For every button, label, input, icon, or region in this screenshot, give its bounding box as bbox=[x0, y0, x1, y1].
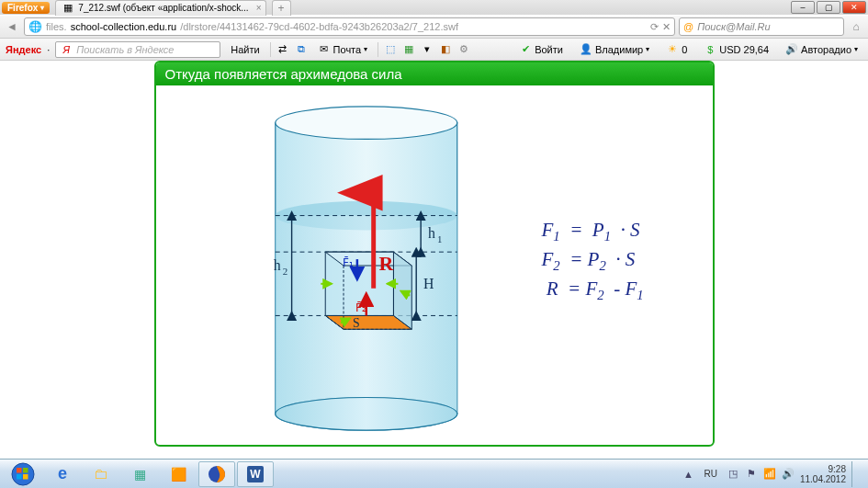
new-tab-button[interactable]: + bbox=[272, 0, 291, 16]
svg-text:1: 1 bbox=[436, 233, 441, 244]
weather-widget[interactable]: ☀ 0 bbox=[661, 42, 692, 57]
home-button[interactable]: ⌂ bbox=[848, 18, 864, 35]
taskbar-app2[interactable]: 🟧 bbox=[160, 461, 197, 487]
firefox-menu-button[interactable]: Firefox ▾ bbox=[2, 2, 50, 14]
weather-temp: 0 bbox=[682, 44, 687, 55]
tool-icon-3[interactable]: ▾ bbox=[421, 43, 434, 56]
taskbar-firefox[interactable] bbox=[198, 461, 235, 487]
tray-icon-1[interactable]: ◳ bbox=[727, 468, 739, 481]
yandex-logo[interactable]: Яндекс bbox=[6, 44, 41, 55]
page-content: Откуда появляется архимедова сила bbox=[0, 61, 868, 459]
firefox-label: Firefox bbox=[7, 3, 38, 13]
taskbar-ie[interactable]: e bbox=[44, 461, 81, 487]
gear-icon[interactable]: ⚙ bbox=[457, 43, 470, 56]
yandex-right: ✔ Войти 👤 Владимир ▾ ☀ 0 $ USD 29,64 🔊 А… bbox=[514, 42, 862, 57]
svg-text:h: h bbox=[428, 225, 435, 241]
start-button[interactable] bbox=[4, 461, 42, 487]
find-button[interactable]: Найти bbox=[226, 43, 264, 56]
yandex-toolbar: Яндекс · Я Поискать в Яндексе Найти ⇄ ⧉ … bbox=[0, 39, 868, 61]
clock[interactable]: 9:28 11.04.2012 bbox=[800, 464, 846, 484]
lesson-title: Откуда появляется архимедова сила bbox=[156, 62, 713, 85]
svg-point-1 bbox=[275, 107, 457, 140]
login-label: Войти bbox=[535, 44, 563, 55]
taskbar-explorer[interactable]: 🗀 bbox=[83, 461, 119, 487]
yandex-y-icon: Я bbox=[60, 43, 73, 56]
app-icon-2: 🟧 bbox=[171, 467, 186, 482]
browser-tab[interactable]: ▦ 7_212.swf (объект «application/x-shock… bbox=[55, 0, 265, 16]
mail-label: Почта bbox=[333, 44, 362, 55]
navigation-toolbar: ◄ 🌐 files.school-collection.edu.ru/dlrst… bbox=[0, 15, 868, 39]
tray-up-icon[interactable]: ▲ bbox=[682, 468, 694, 481]
svg-text:h: h bbox=[273, 257, 280, 273]
login-button[interactable]: ✔ Войти bbox=[514, 42, 568, 57]
clock-date: 11.04.2012 bbox=[800, 474, 846, 484]
lesson-card: Откуда появляется архимедова сила bbox=[154, 61, 715, 447]
word-icon: W bbox=[247, 466, 263, 482]
minimize-button[interactable]: – bbox=[791, 1, 815, 14]
mail-icon: ✉ bbox=[318, 43, 331, 56]
svg-rect-37 bbox=[23, 468, 28, 473]
windows-logo-icon bbox=[11, 462, 35, 486]
mailru-icon: @ bbox=[683, 21, 693, 32]
speaker-icon: 🔊 bbox=[785, 43, 798, 56]
translate-icon[interactable]: ⇄ bbox=[276, 43, 289, 56]
tab-title: 7_212.swf (объект «application/x-shock..… bbox=[78, 3, 248, 13]
titlebar: Firefox ▾ ▦ 7_212.swf (объект «applicati… bbox=[0, 0, 868, 15]
maximize-button[interactable]: ▢ bbox=[817, 1, 840, 14]
svg-text:F̄₂: F̄₂ bbox=[355, 301, 366, 314]
volume-icon[interactable]: 🔊 bbox=[782, 468, 795, 481]
tool-icon-2[interactable]: ▦ bbox=[402, 43, 415, 56]
yandex-search-placeholder: Поискать в Яндексе bbox=[76, 44, 174, 55]
equation-1: F1 = P1 · S bbox=[542, 217, 644, 246]
yandex-search-input[interactable]: Я Поискать в Яндексе bbox=[55, 41, 220, 58]
taskbar-app1[interactable]: ▦ bbox=[121, 461, 158, 487]
radio-widget[interactable]: 🔊 Авторадио ▾ bbox=[781, 42, 862, 57]
window-controls: – ▢ ✕ bbox=[791, 1, 866, 14]
equation-2: F2 = P2 · S bbox=[542, 246, 644, 276]
tray-icon-2[interactable]: ⚑ bbox=[745, 468, 758, 481]
equations-block: F1 = P1 · S F2 = P2 · S R = F2 - F1 bbox=[542, 217, 644, 304]
mail-button[interactable]: ✉ Почта ▾ bbox=[313, 42, 373, 57]
svg-text:2: 2 bbox=[282, 266, 287, 277]
screenshot-icon[interactable]: ⧉ bbox=[295, 43, 308, 56]
clock-time: 9:28 bbox=[800, 464, 846, 474]
url-host: school-collection.edu.ru bbox=[71, 21, 177, 32]
url-prefix: files. bbox=[46, 21, 67, 32]
search-placeholder: Поиск@Mail.Ru bbox=[697, 21, 770, 32]
stop-icon[interactable]: ✕ bbox=[662, 21, 671, 33]
network-icon[interactable]: 📶 bbox=[763, 468, 776, 481]
back-button[interactable]: ◄ bbox=[4, 18, 20, 35]
svg-text:H: H bbox=[423, 276, 434, 291]
close-button[interactable]: ✕ bbox=[842, 1, 866, 14]
taskbar: e 🗀 ▦ 🟧 W ▲ RU ◳ ⚑ 📶 🔊 9:28 11.04.2012 bbox=[0, 459, 868, 488]
user-icon: 👤 bbox=[580, 43, 592, 56]
check-icon: ✔ bbox=[519, 43, 532, 56]
taskbar-word[interactable]: W bbox=[237, 461, 274, 487]
language-indicator[interactable]: RU bbox=[700, 467, 720, 481]
folder-icon: 🗀 bbox=[94, 466, 108, 482]
plus-icon: + bbox=[275, 2, 288, 15]
svg-rect-38 bbox=[17, 474, 22, 480]
tool-icon-4[interactable]: ◧ bbox=[439, 43, 452, 56]
usd-widget[interactable]: $ USD 29,64 bbox=[699, 42, 773, 57]
svg-text:F̄₁: F̄₁ bbox=[343, 256, 354, 269]
search-box[interactable]: @ Поиск@Mail.Ru bbox=[679, 17, 844, 36]
app-icon: ▦ bbox=[134, 467, 146, 482]
system-tray: ▲ RU ◳ ⚑ 📶 🔊 9:28 11.04.2012 bbox=[682, 461, 864, 487]
dollar-icon: $ bbox=[704, 43, 716, 56]
user-button[interactable]: 👤 Владимир ▾ bbox=[575, 42, 654, 57]
tool-icon-1[interactable]: ⬚ bbox=[384, 43, 397, 56]
url-bar[interactable]: 🌐 files.school-collection.edu.ru/dlrstor… bbox=[24, 17, 675, 36]
lesson-body: h 1 h 2 H bbox=[156, 88, 713, 445]
svg-rect-36 bbox=[17, 468, 22, 473]
url-path: /dlrstore/44131462-79cd-4602-bdfa-9243b2… bbox=[180, 21, 458, 32]
equation-3: R = F2 - F1 bbox=[542, 276, 644, 305]
ie-icon: e bbox=[58, 464, 67, 483]
chevron-down-icon: ▾ bbox=[40, 4, 44, 12]
svg-rect-39 bbox=[23, 474, 28, 480]
show-desktop-button[interactable] bbox=[851, 461, 859, 487]
svg-point-5 bbox=[275, 398, 457, 431]
refresh-icon[interactable]: ⟳ bbox=[650, 21, 659, 33]
usd-value: 29,64 bbox=[744, 44, 770, 55]
tab-close-icon[interactable]: × bbox=[256, 3, 262, 13]
